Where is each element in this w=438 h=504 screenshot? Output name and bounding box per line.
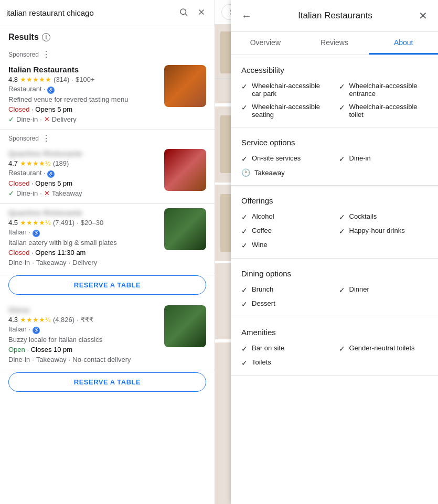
detail-panel: ← Italian Restaurants ✕ Overview Reviews… [231,0,438,504]
reserve-btn-3[interactable]: RESERVE A TABLE [8,275,206,295]
feature-cocktails: ✓ Cocktails [339,212,428,221]
service-options-section: Service options ✓ On-site services ✓ Din… [231,127,438,186]
card-info-2: Quartino Ristorante 4.7 ★★★★½ (189) Rest… [8,149,158,197]
description-3: Italian eatery with big & small plates [8,239,158,246]
rating-value-4: 4.3 [8,316,18,324]
check-icon: ✓ [241,241,248,250]
feature-wheelchair-seating: ✓ Wheelchair-accessible seating [241,103,330,119]
price-3: $20–30 [81,219,103,227]
results-title: Results [8,33,39,42]
detail-header: ← Italian Restaurants ✕ [231,0,438,32]
service-row-1: ✓ Dine-in · ✕ Delivery [8,115,158,123]
svg-point-0 [180,9,186,15]
stars-3: ★★★★½ [20,219,51,227]
offerings-section: Offerings ✓ Alcohol ✓ Cocktails ✓ Coffee… [231,186,438,259]
back-button[interactable]: ← [239,8,254,24]
feature-alcohol: ✓ Alcohol [241,212,330,221]
amenities-title: Amenities [241,328,428,337]
rating-row-3: 4.5 ★★★★½ (7,491) · $20–30 [8,219,158,227]
dining-options-title: Dining options [241,269,428,278]
right-panel: ark 58 Me pal 💲 Price ▾ ⭐ Rating ▾ 🕐 Hou… [215,0,438,504]
feature-wine: ✓ Wine [241,241,330,250]
price-4: ₹₹₹ [81,316,93,324]
status-row-2: Closed · Opens 5 pm [8,179,158,187]
status-row-4: Open · Closes 10 pm [8,346,158,353]
restaurant-card-1[interactable]: Italian Restaurants 4.8 ★★★★★ (314) · $1… [0,61,215,130]
check-icon: ✓ [339,82,345,91]
service-row-3: Dine-in · Takeaway · Delivery [8,259,158,266]
check-icon: ✓ [241,82,248,91]
check-icon: ✓ [339,213,345,221]
status-3: Closed [8,249,29,256]
results-info-icon[interactable]: i [42,33,50,41]
card-name-3: Quartino Ristorante [8,208,158,217]
wheelchair-icon-2: ♿ [47,170,55,178]
reserve-btn-4[interactable]: RESERVE A TABLE [8,372,206,392]
wheelchair-icon-4: ♿ [33,327,40,334]
review-count-4: (4,826) [53,316,74,324]
card-name-4: Siena [8,305,158,314]
tab-about[interactable]: About [369,32,438,55]
clear-button[interactable] [195,5,208,20]
card-image-2 [164,149,206,191]
card-name-2: Quartino Ristorante [8,149,158,158]
card-info-3: Quartino Ristorante 4.5 ★★★★½ (7,491) · … [8,208,158,266]
opens-time-1: Opens 5 pm [35,105,72,113]
rating-value-2: 4.7 [8,159,18,167]
check-icon: ✓ [241,155,248,163]
check-icon: ✓ [339,286,345,294]
restaurant-card-4[interactable]: Siena 4.3 ★★★★½ (4,826) · ₹₹₹ Italian · … [0,301,215,370]
dine-label-1: Dine-in [16,115,38,123]
sponsored-dots-btn-1[interactable]: ⋮ [42,50,50,59]
opens-time-3: Opens 11:30 am [35,249,86,256]
category-2: Restaurant · ♿ [8,169,158,178]
tab-overview[interactable]: Overview [231,32,300,55]
status-2: Closed [8,179,29,187]
sponsored-label-2: Sponsored ⋮ [0,130,215,145]
tab-reviews[interactable]: Reviews [300,32,369,55]
restaurant-card-2[interactable]: Quartino Ristorante 4.7 ★★★★½ (189) Rest… [0,145,215,204]
card-info-4: Siena 4.3 ★★★★½ (4,826) · ₹₹₹ Italian · … [8,305,158,363]
feature-dinner: ✓ Dinner [339,285,428,294]
offerings-title: Offerings [241,196,428,205]
detail-tabs: Overview Reviews About [231,32,438,55]
rating-row-4: 4.3 ★★★★½ (4,826) · ₹₹₹ [8,316,158,324]
delivery-x-1: ✕ [44,115,50,123]
status-row-3: Closed · Opens 11:30 am [8,249,158,256]
category-3: Italian · ♿ [8,228,158,237]
rating-row-2: 4.7 ★★★★½ (189) [8,159,158,167]
service-options-grid: ✓ On-site services ✓ Dine-in 🕐 Takeaway [241,154,428,177]
restaurant-card-3[interactable]: Quartino Ristorante 4.5 ★★★★½ (7,491) · … [0,204,215,273]
detail-title: Italian Restaurants [260,10,410,21]
sponsored-label-1: Sponsored ⋮ [0,46,215,61]
card-name-1: Italian Restaurants [8,65,158,74]
sponsored-dots-btn-2[interactable]: ⋮ [42,134,50,143]
review-count-3: (7,491) [53,219,74,227]
check-icon: ✓ [339,345,345,353]
category-4: Italian · ♿ [8,325,158,334]
status-row-1: Closed · Opens 5 pm [8,105,158,113]
stars-2: ★★★★½ [20,159,51,167]
check-icon: ✓ [241,227,248,235]
closes-time-4: Closes 10 pm [31,346,72,353]
dining-options-section: Dining options ✓ Brunch ✓ Dinner ✓ Desse… [231,259,438,317]
price-1: $100+ [76,76,95,83]
check-icon: ✓ [241,286,248,294]
check-icon: ✓ [241,103,248,112]
rating-row-1: 4.8 ★★★★★ (314) · $100+ [8,76,158,83]
search-input[interactable] [6,8,173,17]
review-count-2: (189) [53,159,69,167]
check-icon: ✓ [241,345,248,353]
feature-happy-hour: ✓ Happy-hour drinks [339,227,428,235]
service-row-2: ✓ Dine-in · ✕ Takeaway [8,189,158,197]
close-button[interactable]: ✕ [416,7,430,24]
search-button[interactable] [177,5,190,20]
opens-time-2: Opens 5 pm [35,179,72,187]
dine-check-1: ✓ [8,115,14,123]
card-image-4 [164,305,206,347]
delivery-label-1: Delivery [52,115,77,123]
feature-wheelchair-entrance: ✓ Wheelchair-accessible entrance [339,82,428,98]
service-options-title: Service options [241,138,428,147]
card-info-1: Italian Restaurants 4.8 ★★★★★ (314) · $1… [8,65,158,123]
feature-dinein: ✓ Dine-in [339,154,428,163]
